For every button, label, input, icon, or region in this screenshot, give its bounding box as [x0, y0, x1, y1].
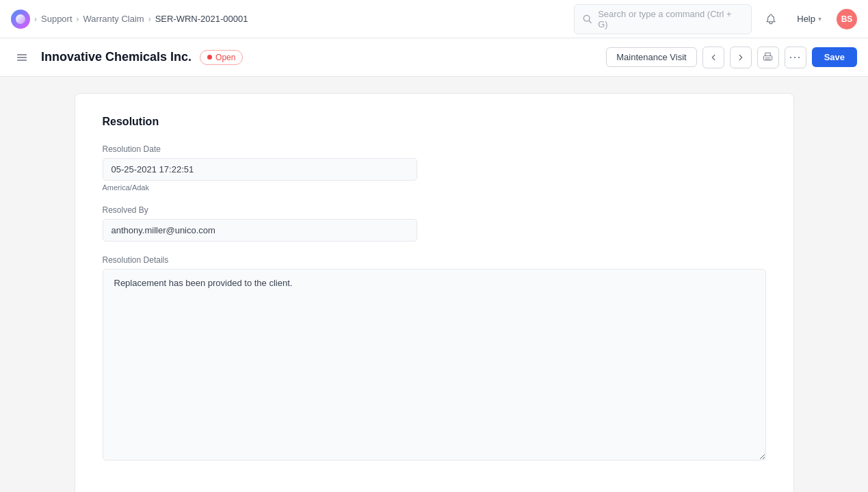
breadcrumb-warranty-claim[interactable]: Warranty Claim — [83, 14, 144, 24]
breadcrumb-sep-2: › — [77, 14, 79, 24]
navbar-right: Search or type a command (Ctrl + G) Help… — [574, 4, 857, 34]
help-button[interactable]: Help ▾ — [790, 10, 828, 28]
resolution-date-label: Resolution Date — [103, 144, 766, 154]
resolution-details-label: Resolution Details — [103, 255, 766, 265]
save-button[interactable]: Save — [812, 47, 857, 67]
breadcrumb-current: SER-WRN-2021-00001 — [155, 14, 248, 24]
search-bar[interactable]: Search or type a command (Ctrl + G) — [574, 4, 752, 34]
doc-title: Innovative Chemicals Inc. — [41, 50, 192, 64]
bell-icon — [765, 13, 777, 25]
resolution-date-input[interactable]: 05-25-2021 17:22:51 — [103, 158, 417, 181]
breadcrumb-sep-1: › — [34, 14, 37, 24]
ellipsis-icon: ··· — [789, 50, 802, 64]
resolved-by-input[interactable]: anthony.miller@unico.com — [103, 219, 417, 242]
status-badge: Open — [200, 50, 243, 65]
subheader-right: Maintenance Visit ··· Save — [606, 47, 857, 68]
resolution-details-group: Resolution Details — [103, 255, 766, 463]
more-options-button[interactable]: ··· — [785, 47, 806, 68]
resolution-details-textarea[interactable] — [103, 269, 766, 461]
timezone-label: America/Adak — [103, 183, 766, 192]
resolution-card: Resolution Resolution Date 05-25-2021 17… — [75, 93, 794, 492]
menu-button[interactable] — [11, 47, 33, 68]
chevron-left-icon — [709, 53, 718, 62]
breadcrumb-sep-3: › — [148, 14, 151, 24]
resolved-by-label: Resolved By — [103, 205, 766, 215]
navbar: › Support › Warranty Claim › SER-WRN-202… — [0, 0, 868, 38]
breadcrumb-support[interactable]: Support — [41, 14, 73, 24]
maintenance-visit-button[interactable]: Maintenance Visit — [606, 47, 696, 67]
main-content: Resolution Resolution Date 05-25-2021 17… — [58, 77, 811, 492]
chevron-down-icon: ▾ — [818, 15, 821, 23]
section-title: Resolution — [103, 116, 766, 128]
status-label: Open — [215, 53, 235, 62]
navbar-left: › Support › Warranty Claim › SER-WRN-202… — [11, 10, 574, 29]
printer-icon — [763, 52, 773, 62]
avatar[interactable]: BS — [837, 9, 857, 29]
search-icon — [583, 14, 592, 24]
prev-button[interactable] — [702, 47, 724, 68]
app-logo[interactable] — [11, 10, 30, 29]
resolved-by-group: Resolved By anthony.miller@unico.com — [103, 205, 766, 242]
resolution-date-group: Resolution Date 05-25-2021 17:22:51 Amer… — [103, 144, 766, 192]
status-dot — [207, 55, 212, 60]
svg-line-1 — [589, 21, 591, 23]
hamburger-icon — [16, 52, 27, 63]
notification-button[interactable] — [760, 8, 782, 30]
next-button[interactable] — [730, 47, 752, 68]
print-button[interactable] — [757, 47, 779, 68]
subheader: Innovative Chemicals Inc. Open Maintenan… — [0, 38, 868, 77]
search-placeholder: Search or type a command (Ctrl + G) — [598, 9, 743, 29]
help-label: Help — [797, 14, 815, 24]
logo-icon — [16, 14, 25, 24]
chevron-right-icon — [736, 53, 746, 62]
